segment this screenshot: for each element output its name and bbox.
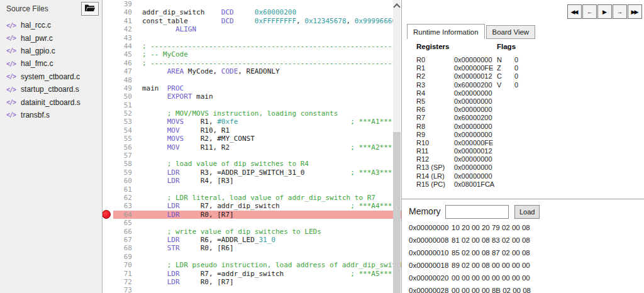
memory-load-button[interactable]: Load bbox=[514, 205, 540, 219]
code-line-70[interactable]: 70 ; LDR pseudo instruction, load addres… bbox=[103, 261, 401, 269]
scrollbar-up-arrow-icon[interactable] bbox=[393, 4, 401, 15]
sidebar-item-hal_rcc-c[interactable]: </>hal_rcc.c bbox=[0, 19, 102, 31]
code-line-47[interactable]: 47 AREA MyCode, CODE, READONLY bbox=[103, 67, 401, 75]
code-line-62[interactable]: 62 ; LDR literal, load value of addr_dip… bbox=[103, 194, 401, 202]
breakpoint-gutter[interactable] bbox=[103, 0, 113, 8]
scrollbar-thumb[interactable] bbox=[393, 132, 401, 293]
breakpoint-gutter[interactable] bbox=[103, 286, 113, 293]
breakpoint-icon[interactable] bbox=[103, 210, 111, 219]
breakpoint-gutter[interactable] bbox=[103, 219, 113, 227]
source-file-list: </>hal_rcc.c</>hal_pwr.c</>hal_gpio.c</>… bbox=[0, 19, 102, 121]
breakpoint-gutter[interactable] bbox=[103, 202, 113, 210]
breakpoint-gutter[interactable] bbox=[103, 92, 113, 101]
breakpoint-gutter[interactable] bbox=[103, 109, 113, 118]
breakpoint-gutter[interactable] bbox=[103, 59, 113, 67]
code-line-46[interactable]: 46; ------------------------------------… bbox=[103, 59, 401, 67]
breakpoint-gutter[interactable] bbox=[103, 185, 113, 194]
code-line-73[interactable]: 73 bbox=[103, 286, 401, 293]
code-line-64[interactable]: 64 LDR R0, [R7] bbox=[103, 211, 401, 219]
breakpoint-gutter[interactable] bbox=[103, 270, 113, 278]
breakpoint-gutter[interactable] bbox=[103, 228, 113, 236]
code-line-43[interactable]: 43 bbox=[103, 34, 401, 42]
breakpoint-gutter[interactable] bbox=[103, 118, 113, 126]
flag-value: 0 bbox=[514, 64, 518, 72]
code-line-57[interactable]: 57 bbox=[103, 152, 401, 160]
code-line-61[interactable]: 61 bbox=[103, 185, 401, 194]
breakpoint-gutter[interactable] bbox=[103, 8, 113, 16]
code-line-72[interactable]: 72 LDR R0, [R7] bbox=[103, 278, 401, 286]
code-line-56[interactable]: 56 MOV R11, R2 ; ***A2*** bbox=[103, 143, 401, 152]
code-line-66[interactable]: 66 ; write value of dip switches to LEDs bbox=[103, 228, 401, 236]
open-folder-button[interactable] bbox=[81, 2, 99, 16]
code-line-55[interactable]: 55 MOVS R2, #MY_CONST bbox=[103, 135, 401, 143]
breakpoint-gutter[interactable] bbox=[103, 244, 113, 252]
sidebar-item-hal_pwr-c[interactable]: </>hal_pwr.c bbox=[0, 31, 102, 44]
code-line-52[interactable]: 52 ; MOV/MOVS instruction, loading const… bbox=[103, 109, 401, 118]
code-line-40[interactable]: 40addr_dip_switch DCD 0x60000200 bbox=[103, 8, 401, 16]
code-line-42[interactable]: 42 ALIGN bbox=[103, 25, 401, 33]
code-line-71[interactable]: 71 LDR R7, =addr_dip_switch ; ***A5*** bbox=[103, 270, 401, 278]
run-button[interactable]: ▶ bbox=[597, 4, 612, 19]
code-line-54[interactable]: 54 MOV R10, R1 bbox=[103, 126, 401, 135]
step-forward-button[interactable]: → bbox=[613, 4, 627, 19]
breakpoint-gutter[interactable] bbox=[103, 177, 113, 185]
breakpoint-gutter[interactable] bbox=[103, 152, 113, 160]
code-line-69[interactable]: 69 bbox=[103, 253, 401, 261]
code-line-41[interactable]: 41const_table DCD 0xFFFFFFFF, 0x12345678… bbox=[103, 17, 401, 25]
breakpoint-gutter[interactable] bbox=[103, 67, 113, 75]
sidebar-item-datainit_ctboard-s[interactable]: </>datainit_ctboard.s bbox=[0, 96, 102, 108]
code-line-68[interactable]: 68 STR R0, [R6] bbox=[103, 244, 401, 252]
code-editor[interactable]: 3940addr_dip_switch DCD 0x6000020041cons… bbox=[103, 0, 402, 293]
breakpoint-gutter[interactable] bbox=[103, 278, 113, 286]
sidebar-item-transbf-s[interactable]: </>transbf.s bbox=[0, 109, 102, 121]
breakpoint-gutter[interactable] bbox=[103, 261, 113, 269]
code-line-60[interactable]: 60 LDR R4, [R3] bbox=[103, 177, 401, 185]
breakpoint-gutter[interactable] bbox=[103, 169, 113, 177]
code-line-53[interactable]: 53 MOVS R1, #0xfe ; ***A1*** bbox=[103, 118, 401, 126]
simulation-controls: ◀◀←▶→▶▶ bbox=[567, 4, 642, 19]
sidebar-item-hal_gpio-c[interactable]: </>hal_gpio.c bbox=[0, 45, 102, 57]
code-line-44[interactable]: 44; ------------------------------------… bbox=[103, 42, 401, 50]
editor-scrollbar[interactable] bbox=[393, 0, 401, 293]
breakpoint-gutter[interactable] bbox=[103, 101, 113, 109]
tab-runtime-information[interactable]: Runtime Information bbox=[407, 24, 485, 39]
breakpoint-gutter[interactable] bbox=[103, 160, 113, 168]
breakpoint-gutter[interactable] bbox=[103, 17, 113, 25]
code-line-63[interactable]: 63 LDR R7, addr_dip_switch ; ***A4*** bbox=[103, 202, 401, 210]
line-number: 67 bbox=[113, 236, 132, 244]
breakpoint-gutter[interactable] bbox=[103, 84, 113, 92]
breakpoint-gutter[interactable] bbox=[103, 34, 113, 42]
line-number: 63 bbox=[113, 202, 132, 210]
code-line-39[interactable]: 39 bbox=[103, 0, 401, 8]
breakpoint-gutter[interactable] bbox=[103, 76, 113, 84]
step-back-button[interactable]: ← bbox=[582, 4, 597, 19]
breakpoint-gutter[interactable] bbox=[103, 25, 113, 33]
breakpoint-gutter[interactable] bbox=[103, 253, 113, 261]
code-line-50[interactable]: 50 EXPORT main bbox=[103, 92, 401, 101]
code-line-58[interactable]: 58 ; load value of dip switches to R4 bbox=[103, 160, 401, 168]
code-line-49[interactable]: 49main PROC bbox=[103, 84, 401, 92]
breakpoint-gutter[interactable] bbox=[103, 236, 113, 244]
sidebar-item-system_ctboard-c[interactable]: </>system_ctboard.c bbox=[0, 70, 102, 83]
code-line-48[interactable]: 48 bbox=[103, 76, 401, 84]
code-line-67[interactable]: 67 LDR R6, =ADDR_LED_31_0 bbox=[103, 236, 401, 244]
breakpoint-gutter[interactable] bbox=[103, 135, 113, 143]
rewind-button[interactable]: ◀◀ bbox=[567, 4, 582, 19]
sidebar-item-startup_ctboard-s[interactable]: </>startup_ctboard.s bbox=[0, 83, 102, 96]
breakpoint-gutter[interactable] bbox=[103, 211, 113, 219]
breakpoint-gutter[interactable] bbox=[103, 126, 113, 135]
code-line-45[interactable]: 45; -- MyCode bbox=[103, 50, 401, 58]
code-text: MOVS R2, #MY_CONST bbox=[142, 135, 255, 143]
tab-board-view[interactable]: Board View bbox=[486, 25, 536, 39]
memory-address-input[interactable] bbox=[445, 205, 509, 219]
breakpoint-gutter[interactable] bbox=[103, 42, 113, 50]
code-line-51[interactable]: 51 bbox=[103, 101, 401, 109]
line-number: 73 bbox=[113, 286, 132, 293]
breakpoint-gutter[interactable] bbox=[103, 143, 113, 152]
breakpoint-gutter[interactable] bbox=[103, 194, 113, 202]
sidebar-item-hal_fmc-c[interactable]: </>hal_fmc.c bbox=[0, 57, 102, 70]
breakpoint-gutter[interactable] bbox=[103, 50, 113, 58]
fast-forward-button[interactable]: ▶▶ bbox=[628, 4, 642, 19]
code-line-59[interactable]: 59 LDR R3, =ADDR_DIP_SWITCH_31_0 ; ***A3… bbox=[103, 169, 401, 177]
code-line-65[interactable]: 65 bbox=[103, 219, 401, 227]
